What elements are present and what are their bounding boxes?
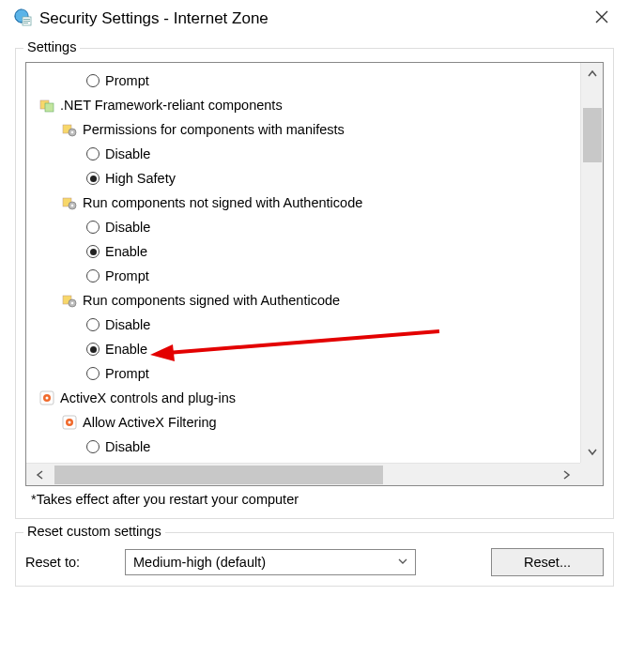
subcat-label: Allow ActiveX Filtering	[83, 415, 217, 430]
option-label: Disable	[105, 146, 150, 161]
chevron-down-icon	[398, 556, 407, 569]
title-bar: Security Settings - Internet Zone	[0, 0, 629, 38]
option-prompt-top[interactable]: Prompt	[30, 69, 576, 93]
scroll-thumb[interactable]	[583, 108, 602, 162]
activex-icon	[62, 415, 77, 430]
gear-box-icon	[62, 195, 77, 210]
subcat-run-signed[interactable]: Run components signed with Authenticode	[30, 288, 576, 313]
radio-checked-icon	[86, 245, 100, 258]
radio-unchecked-icon	[86, 367, 100, 380]
option-label: Enable	[105, 244, 147, 259]
svg-rect-6	[45, 103, 54, 112]
radio-unchecked-icon	[86, 74, 100, 87]
option-label: Prompt	[105, 268, 149, 283]
option-run-signed-disable[interactable]: Disable	[30, 313, 576, 337]
option-label: Prompt	[105, 366, 149, 381]
horizontal-scrollbar[interactable]	[26, 463, 580, 485]
subcat-permissions[interactable]: Permissions for components with manifest…	[30, 117, 576, 142]
svg-point-18	[46, 397, 49, 400]
radio-checked-icon	[86, 343, 100, 356]
cat-label: ActiveX controls and plug-ins	[60, 390, 236, 405]
cat-label: .NET Framework-reliant components	[60, 98, 283, 113]
scroll-up-arrow-icon[interactable]	[581, 63, 604, 85]
subcat-label: Run components not signed with Authentic…	[83, 195, 362, 210]
option-permissions-disable[interactable]: Disable	[30, 142, 576, 166]
radio-unchecked-icon	[86, 440, 100, 453]
scroll-down-arrow-icon[interactable]	[581, 440, 604, 463]
reset-level-value: Medium-high (default)	[133, 555, 266, 570]
activex-icon	[39, 390, 54, 405]
subcat-run-unsigned[interactable]: Run components not signed with Authentic…	[30, 191, 576, 215]
window-title: Security Settings - Internet Zone	[39, 9, 588, 28]
option-label: Enable	[105, 342, 147, 357]
option-allow-filtering-disable[interactable]: Disable	[30, 435, 576, 459]
radio-unchecked-icon	[86, 221, 100, 234]
option-label: Prompt	[105, 73, 149, 88]
option-label: Disable	[105, 439, 150, 454]
cat-activex[interactable]: ActiveX controls and plug-ins	[30, 386, 576, 410]
cat-dotnet[interactable]: .NET Framework-reliant components	[30, 93, 576, 117]
gear-box-icon	[62, 122, 77, 137]
close-button[interactable]	[588, 8, 616, 28]
svg-point-12	[71, 205, 74, 207]
scroll-left-arrow-icon[interactable]	[26, 464, 54, 486]
option-run-unsigned-disable[interactable]: Disable	[30, 215, 576, 239]
settings-legend: Settings	[23, 39, 80, 54]
option-label: Disable	[105, 317, 150, 332]
svg-point-9	[71, 131, 74, 134]
hscroll-thumb[interactable]	[54, 466, 383, 484]
radio-unchecked-icon	[86, 269, 100, 283]
vertical-scrollbar[interactable]	[580, 63, 603, 463]
reset-level-select[interactable]: Medium-high (default)	[125, 549, 416, 575]
radio-unchecked-icon	[86, 147, 100, 160]
svg-point-21	[69, 421, 71, 424]
restart-note: *Takes effect after you restart your com…	[31, 492, 598, 507]
globe-shield-icon	[13, 8, 32, 29]
reset-button[interactable]: Reset...	[491, 548, 604, 576]
component-icon	[39, 98, 54, 113]
settings-tree: Prompt .NET Framework-reliant components	[25, 62, 604, 486]
reset-legend: Reset custom settings	[23, 524, 165, 539]
radio-unchecked-icon	[86, 318, 100, 331]
option-permissions-highsafety[interactable]: High Safety	[30, 166, 576, 191]
svg-rect-4	[23, 23, 28, 23]
svg-rect-2	[23, 19, 30, 20]
settings-tree-body: Prompt .NET Framework-reliant components	[26, 63, 580, 463]
option-run-signed-enable[interactable]: Enable	[30, 337, 576, 361]
gear-box-icon	[62, 293, 77, 308]
option-label: Disable	[105, 220, 150, 235]
radio-checked-icon	[86, 172, 100, 185]
svg-point-15	[71, 302, 74, 305]
reset-group: Reset custom settings Reset to: Medium-h…	[15, 532, 614, 587]
reset-to-label: Reset to:	[25, 555, 110, 570]
reset-button-label: Reset...	[524, 555, 571, 570]
scroll-corner	[580, 463, 603, 485]
subcat-allow-filtering[interactable]: Allow ActiveX Filtering	[30, 410, 576, 435]
subcat-label: Run components signed with Authenticode	[83, 293, 340, 308]
option-run-unsigned-enable[interactable]: Enable	[30, 239, 576, 264]
subcat-label: Permissions for components with manifest…	[83, 122, 345, 137]
svg-rect-3	[23, 21, 30, 22]
scroll-right-arrow-icon[interactable]	[552, 464, 580, 486]
settings-group: Settings Prompt .NET Framework-reliant c…	[15, 48, 614, 519]
option-run-signed-prompt[interactable]: Prompt	[30, 361, 576, 386]
option-label: High Safety	[105, 171, 176, 186]
option-run-unsigned-prompt[interactable]: Prompt	[30, 264, 576, 288]
